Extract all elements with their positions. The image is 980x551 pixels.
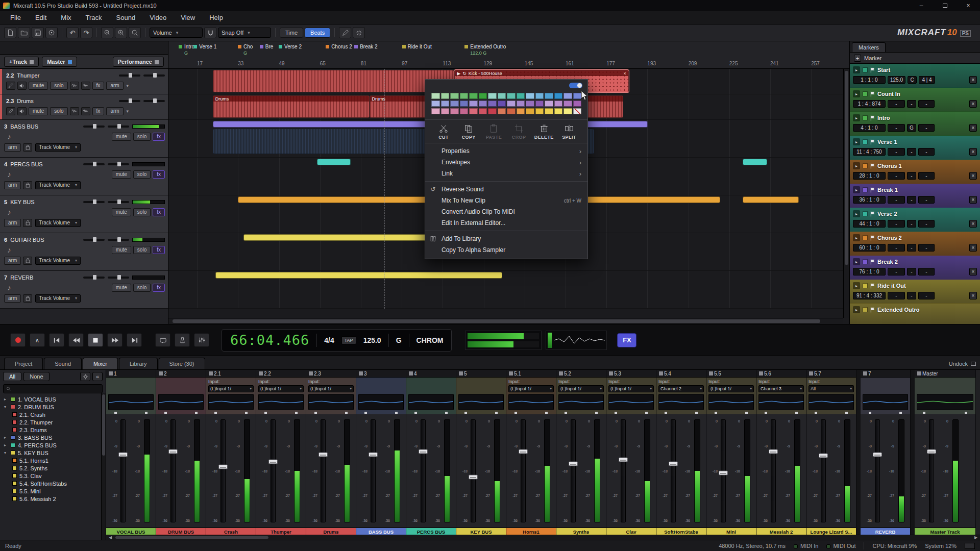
- tap-tempo-button[interactable]: TAP: [341, 336, 356, 344]
- mixer-channel-5-1[interactable]: 5.1 Input: (L)Input 1/▾ 0-9-18-27-36 0-9…: [506, 370, 556, 535]
- color-swatch[interactable]: [507, 93, 516, 99]
- volume-slider[interactable]: [108, 163, 129, 165]
- audio-clip[interactable]: [213, 70, 455, 92]
- channel-header[interactable]: 4: [406, 370, 456, 378]
- menu-edit[interactable]: Edit: [28, 12, 54, 23]
- volume-fader[interactable]: [771, 419, 776, 522]
- marker-row-chorus-2[interactable]: ▸ Chorus 2 60 : 1 : 0 - - - ×: [850, 232, 980, 256]
- track-name[interactable]: REVERB: [10, 274, 33, 281]
- timeline-ruler[interactable]: Intro G Verse 1 Cho G Bre Verse 2 Chorus…: [168, 41, 849, 69]
- fx-button[interactable]: fx: [153, 246, 165, 254]
- redo-button[interactable]: ↷: [80, 27, 92, 38]
- pan-slider[interactable]: [83, 277, 105, 279]
- color-swatch[interactable]: [450, 108, 459, 114]
- pan-indicator-row[interactable]: [258, 410, 304, 415]
- mute-button[interactable]: mute: [112, 133, 131, 141]
- wave-icon[interactable]: [70, 82, 79, 90]
- marker-row-count-in[interactable]: ▸ Count In 1 : 4 : 874 - - - ×: [850, 88, 980, 112]
- input-select[interactable]: All▾: [808, 385, 854, 392]
- mixer-channel-5-4[interactable]: 5.4 Input: Channel 2▾ 0-9-18-27-36 0-9-1…: [656, 370, 706, 535]
- speaker-icon[interactable]: [17, 82, 27, 90]
- sidebar-item-5-key-bus[interactable]: ▾ 5. KEY BUS: [0, 449, 106, 457]
- menu-file[interactable]: File: [3, 12, 28, 23]
- marker-row-intro[interactable]: ▸ Intro 4 : 1 : 0 - G - ×: [850, 112, 980, 136]
- menu-track[interactable]: Track: [79, 12, 109, 23]
- tab-mixer[interactable]: Mixer: [83, 358, 118, 369]
- arm-button[interactable]: arm: [4, 257, 21, 265]
- channel-name[interactable]: BASS BUS: [356, 528, 406, 535]
- render-button[interactable]: [45, 27, 58, 38]
- channel-name[interactable]: Synths: [556, 528, 606, 535]
- pan-indicator-row[interactable]: [458, 410, 504, 415]
- marker-tempo[interactable]: -: [888, 268, 905, 276]
- marker-key[interactable]: -: [907, 100, 916, 108]
- sidebar-item-5-2-synths[interactable]: 5.2. Synths: [0, 464, 106, 472]
- markers-tab[interactable]: Markers: [852, 42, 886, 52]
- marker-tempo[interactable]: -: [888, 220, 905, 228]
- marker-timesig[interactable]: -: [918, 100, 935, 108]
- lock-icon[interactable]: [23, 181, 32, 189]
- channel-name[interactable]: Crash: [206, 528, 256, 535]
- volume-fader[interactable]: [721, 419, 726, 522]
- mixer-channel-2-2[interactable]: 2.2 Input: (L)Input 1/▾ 0-9-18-27-36 0-9…: [256, 370, 306, 535]
- marker-name[interactable]: Verse 1: [877, 139, 897, 145]
- marker-expand-button[interactable]: ▸: [853, 114, 860, 121]
- marker-row-verse-1[interactable]: ▸ Verse 1 11 : 4 : 750 - - - ×: [850, 136, 980, 160]
- mixer-channel-4[interactable]: 4 0-9-18-27-36 0-9-18-27-36 PERCS BUS: [406, 370, 456, 535]
- channel-name[interactable]: Drums: [306, 528, 356, 535]
- channel-header[interactable]: 2: [156, 370, 206, 378]
- scroll-right-icon[interactable]: ▶: [972, 535, 980, 540]
- channel-header[interactable]: 3: [356, 370, 406, 378]
- add-marker-row[interactable]: + Marker: [850, 53, 980, 64]
- track-name[interactable]: KEY BUS: [10, 199, 35, 205]
- channel-name[interactable]: SoftHornStabs: [656, 528, 706, 535]
- marker-tempo[interactable]: -: [888, 196, 905, 204]
- marker-color-chip[interactable]: [863, 91, 868, 96]
- marker-position[interactable]: 4 : 1 : 0: [853, 124, 886, 132]
- volume-fader[interactable]: [821, 419, 826, 522]
- color-swatch[interactable]: [498, 101, 506, 107]
- lock-icon[interactable]: [23, 143, 32, 152]
- mute-button[interactable]: mute: [112, 246, 131, 254]
- volume-slider[interactable]: [108, 126, 129, 128]
- solo-button[interactable]: solo: [50, 82, 67, 90]
- sidebar-scrollbar[interactable]: [101, 393, 106, 540]
- timeline-section-ride-it-out[interactable]: Ride it Out: [402, 44, 432, 49]
- color-swatch[interactable]: [564, 108, 572, 114]
- loop-toggle-button[interactable]: [155, 333, 170, 347]
- color-swatch[interactable]: [469, 93, 478, 99]
- snap-magnet-icon[interactable]: [204, 27, 216, 38]
- color-swatch[interactable]: [469, 108, 478, 114]
- marker-key[interactable]: -: [907, 292, 916, 299]
- color-swatch[interactable]: [441, 93, 450, 99]
- marker-timesig[interactable]: -: [918, 292, 935, 299]
- marker-key[interactable]: -: [907, 244, 916, 252]
- marker-timesig[interactable]: -: [918, 196, 935, 204]
- mute-button[interactable]: mute: [112, 170, 131, 179]
- marker-tempo[interactable]: -: [888, 244, 905, 252]
- marker-tempo[interactable]: -: [888, 292, 905, 299]
- color-swatch[interactable]: [517, 93, 525, 99]
- marker-expand-button[interactable]: ▸: [853, 186, 860, 193]
- fx-button[interactable]: fx: [153, 170, 165, 179]
- sidebar-item-2-drum-bus[interactable]: ▾ 2. DRUM BUS: [0, 403, 106, 411]
- marker-expand-button[interactable]: ▸: [853, 258, 860, 265]
- marker-color-chip[interactable]: [863, 259, 868, 264]
- lock-icon[interactable]: [23, 257, 32, 265]
- eq-display[interactable]: [917, 394, 973, 410]
- fx-button[interactable]: fx: [153, 133, 165, 141]
- sidebar-item-3-bass-bus[interactable]: ▸ 3. BASS BUS: [0, 434, 106, 441]
- mixer-channel-5-3[interactable]: 5.3 Input: (L)Input 1/▾ 0-9-18-27-36 0-9…: [606, 370, 656, 535]
- mixer-channel-2[interactable]: 2 0-9-18-27-36 0-9-18-27-36 DRUM BUS: [156, 370, 206, 535]
- eq-display[interactable]: [408, 394, 454, 410]
- track-thumper[interactable]: 2.2 Thumper mute solo fx arm ▾: [0, 69, 168, 94]
- color-swatch[interactable]: [526, 93, 534, 99]
- marker-position[interactable]: 36 : 1 : 0: [853, 196, 886, 204]
- color-swatch[interactable]: [545, 108, 553, 114]
- marker-row-start[interactable]: ▸ Start 1 : 1 : 0 125.0 C 4 | 4 ×: [850, 64, 980, 88]
- ctx-item-convert-audio-clip-to-midi[interactable]: Convert Audio Clip To MIDI: [425, 206, 587, 217]
- fader-handle[interactable]: [168, 449, 178, 454]
- track-name[interactable]: Drums: [17, 98, 33, 104]
- eq-display[interactable]: [758, 394, 804, 410]
- sidebar-item-2-1-crash[interactable]: 2.1. Crash: [0, 411, 106, 418]
